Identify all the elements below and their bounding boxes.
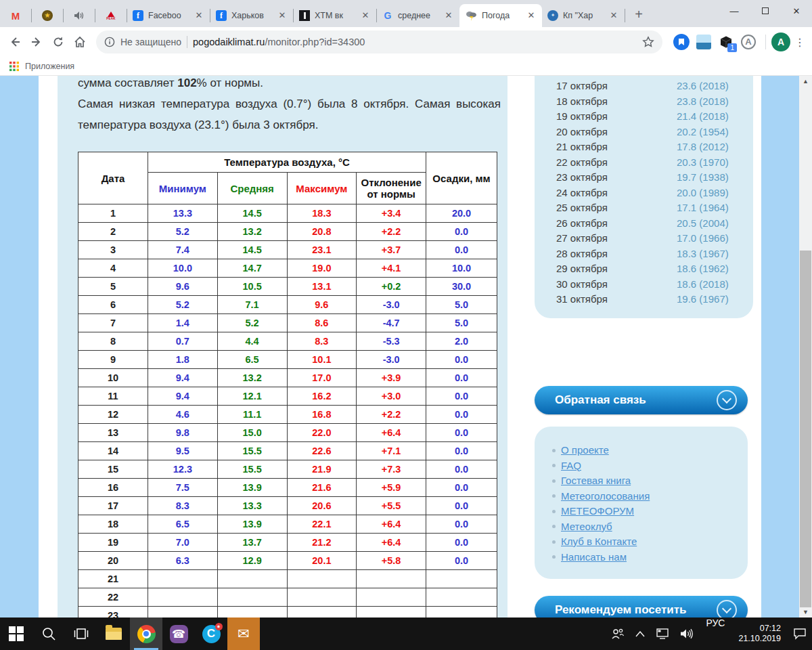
table-cell: 4 [78,259,148,278]
table-cell: 1 [78,204,148,223]
tab-facebook[interactable]: f Faceboo ✕ [127,4,210,27]
record-date: 19 октября [556,109,677,125]
table-cell: 12 [78,406,148,424]
table-cell: 13.3 [148,204,218,223]
reload-button[interactable] [49,32,68,51]
bookmark-star-icon[interactable] [642,36,654,48]
tab-google-search[interactable]: G среднее ✕ [377,4,459,27]
table-cell: 23 [78,607,148,618]
sidebar-link[interactable]: Гостевая книга [561,473,631,489]
table-cell: 14 [78,442,148,460]
record-value: 23.6 (2018) [677,79,729,94]
back-button[interactable] [5,32,24,51]
clock[interactable]: 07:12 21.10.2019 [731,618,788,650]
sidebar-link[interactable]: О проекте [561,443,609,458]
home-button[interactable] [70,32,89,51]
table-cell: 1.4 [148,314,218,332]
window-close-button[interactable]: ✕ [781,0,812,22]
scrollbar-thumb[interactable] [800,251,811,607]
mail-app-button[interactable]: ✉ [227,618,260,650]
chrome-taskbar-button[interactable] [130,618,162,650]
start-button[interactable] [0,618,32,650]
close-icon[interactable]: ✕ [443,10,454,21]
apps-shortcut-label[interactable]: Приложения [25,62,74,71]
cube-extension-icon[interactable]: 1 [718,34,734,50]
table-cell [148,588,218,607]
sidebar-link[interactable]: Метеоклуб [561,519,612,535]
xtm-icon [299,10,310,21]
recommend-button[interactable]: Рекомендуем посетить [535,596,748,618]
desktop: M ★ PEAK f Faceboo ✕ f Харьков ✕ ХТМ вк [0,0,812,650]
task-view-button[interactable] [65,618,97,650]
tray-expand-button[interactable] [630,618,650,650]
viber-button[interactable]: ☎ [162,618,195,650]
tab-kharkov[interactable]: f Харьков ✕ [210,4,293,27]
sidebar-link[interactable]: Метеоголосования [561,489,650,504]
tab-label: Кп "Хар [563,11,604,20]
volume-tray-icon[interactable] [675,618,699,650]
table-cell [217,588,287,607]
google-icon: G [382,10,393,21]
tab-kp[interactable]: ✦ Кп "Хар ✕ [542,4,625,27]
new-tab-button[interactable]: + [629,5,648,24]
pinned-tab-peak[interactable]: PEAK [95,4,127,27]
a-extension-icon[interactable]: A [741,35,756,49]
record-value: 21.4 (2018) [677,109,729,125]
image-extension-icon[interactable] [696,35,711,49]
address-bar[interactable]: Не защищено pogodaiklimat.ru/monitor.php… [96,30,662,53]
maximize-button[interactable] [750,0,781,22]
people-icon [611,628,625,640]
apps-grid-icon[interactable] [9,62,19,71]
security-label[interactable]: Не защищено [120,37,181,47]
profile-avatar[interactable]: A [771,32,790,51]
table-cell: 13.7 [217,534,287,552]
network-tray-icon[interactable] [650,618,675,650]
tab-weather-active[interactable]: Погода ✕ [459,4,542,27]
sidebar-link[interactable]: Клуб в Контакте [561,534,637,550]
record-value: 20.0 (1989) [677,186,729,201]
table-cell: 11 [78,387,148,406]
bullet-icon [552,555,556,559]
sidebar-link[interactable]: Написать нам [561,550,627,565]
people-button[interactable] [606,618,630,650]
ccleaner-button[interactable]: C✷ [195,618,227,650]
tab-xtm[interactable]: ХТМ вк ✕ [294,4,376,27]
forward-button[interactable] [27,32,46,51]
close-icon[interactable]: ✕ [277,10,288,21]
sidebar-link-row: Написать нам [552,550,748,565]
table-cell: 22.0 [287,424,357,442]
bookmark-extension-icon[interactable] [673,34,690,50]
record-value: 17.8 (2012) [677,139,729,155]
close-icon[interactable]: ✕ [608,10,619,21]
table-cell: 0.0 [426,460,497,479]
close-icon[interactable]: ✕ [360,10,371,21]
language-indicator[interactable]: РУС [699,618,731,650]
table-cell: +3.4 [357,204,426,223]
url-text[interactable]: pogodaiklimat.ru/monitor.php?id=34300 [193,36,365,48]
feedback-button[interactable]: Обратная связь [535,386,748,414]
menu-kebab-icon[interactable]: ⋮ [793,36,807,49]
home-icon [74,36,86,48]
table-cell: +5.9 [357,479,426,497]
scroll-up-icon[interactable]: ▲ [799,76,812,87]
pinned-tab-sound[interactable] [64,4,95,27]
facebook-icon: f [216,10,227,21]
action-center-button[interactable] [788,618,812,650]
page-scrollbar[interactable]: ▲ ▼ [799,76,812,618]
close-icon[interactable]: ✕ [526,10,537,21]
pinned-tab-gmail[interactable]: M [0,4,31,27]
chevron-down-icon [717,600,737,618]
scroll-down-icon[interactable]: ▼ [799,607,812,618]
sidebar: 17 октября23.6 (2018)18 октября23.8 (201… [535,76,753,318]
table-cell: 0.7 [148,332,218,351]
sidebar-link[interactable]: FAQ [561,458,581,474]
file-explorer-button[interactable] [97,618,130,650]
volume-icon [680,628,694,639]
close-icon[interactable]: ✕ [194,10,204,21]
sidebar-link[interactable]: МЕТЕОФОРУМ [561,504,634,519]
pinned-tab-starred[interactable]: ★ [32,4,63,27]
mail-envelope-icon: ✉ [238,626,250,642]
table-row: 178.313.320.6+5.50.0 [78,497,497,515]
minimize-button[interactable]: — [719,0,750,22]
taskbar-search-button[interactable] [32,618,65,650]
